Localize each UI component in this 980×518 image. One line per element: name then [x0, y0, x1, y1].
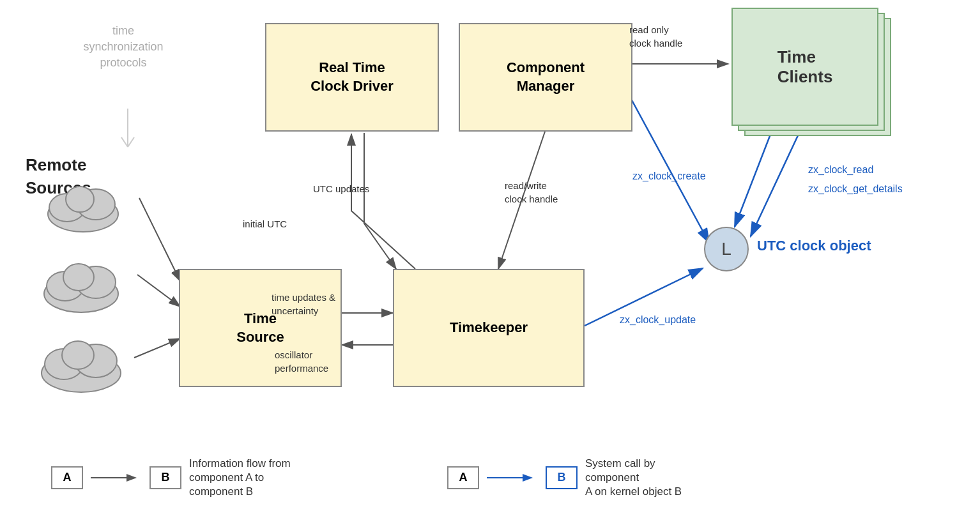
legend-a-box: A [51, 466, 83, 489]
legend-syscall: A B System call by componentA on kernel … [447, 457, 700, 499]
tk-box: Timekeeper [393, 269, 585, 387]
zx-update-label: zx_clock_update [620, 313, 696, 327]
diagram: RemoteSources timesynchronizationprotoco… [0, 0, 980, 518]
tc-card-1: TimeClients [731, 8, 878, 126]
zx-get-details-label: zx_clock_get_details [808, 182, 903, 196]
cloud-2 [35, 249, 128, 316]
clock-letter: L [721, 239, 731, 259]
cloud-1 [38, 172, 128, 236]
svg-point-28 [62, 341, 94, 369]
utc-clock-obj-label: UTC clock object [757, 236, 871, 256]
svg-line-3 [139, 198, 180, 281]
legend-syscall-a-box: A [447, 466, 479, 489]
time-sync-label: timesynchronizationprotocols [66, 23, 181, 72]
svg-point-20 [66, 187, 94, 212]
svg-line-4 [137, 275, 180, 307]
read-write-label: read/writeclock handle [505, 179, 558, 206]
svg-line-15 [121, 137, 128, 147]
rtc-label: Real TimeClock Driver [310, 59, 394, 95]
utc-updates-label: UTC updates [313, 182, 369, 195]
legend-info-text: Information flow fromcomponent A to comp… [189, 457, 304, 499]
legend-b-box: B [149, 466, 181, 489]
svg-point-24 [63, 264, 94, 291]
svg-line-11 [735, 128, 773, 227]
zx-create-label: zx_clock_create [632, 169, 706, 183]
cm-label: ComponentManager [507, 59, 585, 95]
rtc-box: Real TimeClock Driver [265, 23, 439, 132]
tk-label: Timekeeper [450, 319, 528, 337]
initial-utc-label: initial UTC [243, 217, 287, 231]
time-updates-label: time updates &uncertainty [272, 291, 335, 317]
legend-syscall-b-box: B [546, 466, 578, 489]
svg-line-12 [751, 134, 799, 236]
legend-info-flow: A B Information flow fromcomponent A to … [51, 457, 304, 499]
zx-read-label: zx_clock_read [808, 163, 873, 177]
cloud-3 [32, 326, 131, 396]
utc-clock-circle: L [704, 227, 749, 271]
oscillator-label: oscillatorperformance [275, 348, 328, 375]
svg-line-5 [134, 339, 180, 358]
tc-label: TimeClients [777, 47, 833, 87]
read-only-label: read onlyclock handle [629, 23, 682, 50]
cm-box: ComponentManager [459, 23, 632, 132]
svg-line-16 [128, 137, 134, 147]
legend-syscall-text: System call by componentA on kernel obje… [585, 457, 700, 499]
